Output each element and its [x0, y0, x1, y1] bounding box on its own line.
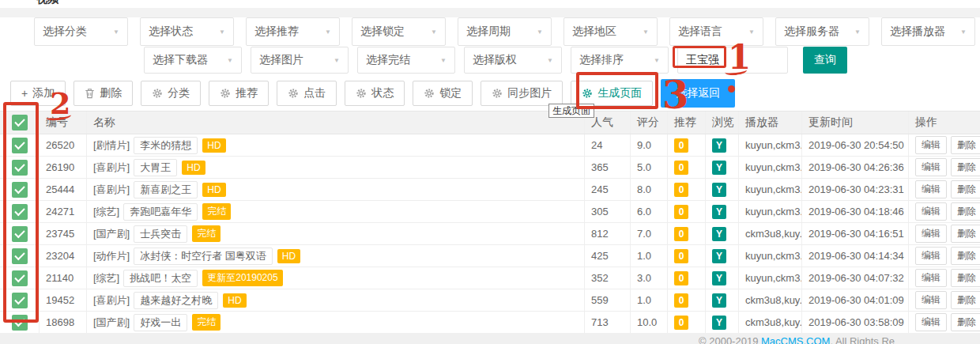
- edit-button[interactable]: 编辑: [915, 291, 947, 309]
- row-score: 10.0: [631, 312, 668, 333]
- click-button[interactable]: 点击: [277, 81, 337, 106]
- filter-select-area[interactable]: 选择地区▼: [564, 17, 658, 46]
- filter-select-cycle[interactable]: 选择周期▼: [458, 17, 552, 46]
- delete-row-button[interactable]: 删除: [951, 202, 980, 221]
- row-checkbox[interactable]: [12, 293, 28, 308]
- toolbar-button-label: 生成页面: [597, 86, 642, 100]
- filter-select-downloader[interactable]: 选择下载器▼: [144, 47, 242, 74]
- edit-button[interactable]: 编辑: [915, 313, 947, 331]
- browse-badge[interactable]: Y: [712, 316, 726, 330]
- delete-row-button[interactable]: 删除: [951, 225, 980, 243]
- row-title-field[interactable]: 挑战吧！太空: [123, 270, 198, 287]
- edit-button[interactable]: 编辑: [915, 269, 947, 287]
- delete-row-button[interactable]: 删除: [951, 291, 980, 309]
- filter-select-server[interactable]: 选择服务器▼: [775, 17, 869, 46]
- header-name: 名称: [87, 112, 585, 134]
- copyright-link[interactable]: MacCMS.COM: [761, 335, 830, 344]
- filter-row-1: 选择分类▼选择状态▼选择推荐▼选择锁定▼选择周期▼选择地区▼选择语言▼选择服务器…: [34, 17, 975, 46]
- search-input[interactable]: [677, 47, 788, 74]
- row-title-field[interactable]: 冰封侠：时空行者 国粤双语: [134, 248, 273, 265]
- row-checkbox[interactable]: [12, 270, 28, 286]
- filter-select-copyright[interactable]: 选择版权▼: [464, 47, 562, 74]
- row-title-field[interactable]: 李米的猜想: [134, 137, 198, 154]
- filter-select-category[interactable]: 选择分类▼: [34, 17, 128, 46]
- row-operation-cell: 编辑删除: [909, 134, 980, 156]
- edit-button[interactable]: 编辑: [915, 136, 947, 154]
- filter-select-player[interactable]: 选择播放器▼: [881, 17, 975, 46]
- browse-badge[interactable]: Y: [712, 138, 726, 153]
- edit-button[interactable]: 编辑: [915, 202, 947, 221]
- row-player: ckm3u8,kuy...: [739, 289, 802, 311]
- row-checkbox[interactable]: [12, 138, 28, 153]
- row-name-cell: [综艺]挑战吧！太空更新至20190205: [87, 267, 585, 289]
- recommend-badge[interactable]: 0: [674, 161, 688, 175]
- delete-row-button[interactable]: 删除: [951, 247, 980, 265]
- add-button[interactable]: +添加: [10, 81, 66, 106]
- lock-button[interactable]: 锁定: [413, 81, 473, 106]
- recommend-badge[interactable]: 0: [674, 205, 688, 219]
- browse-badge[interactable]: Y: [712, 227, 726, 241]
- category-button[interactable]: 分类: [141, 81, 201, 106]
- delete-row-button[interactable]: 删除: [951, 158, 980, 176]
- sync-image-button[interactable]: 同步图片: [481, 81, 563, 106]
- filter-select-recommend[interactable]: 选择推荐▼: [246, 17, 340, 46]
- row-title-field[interactable]: 奔跑吧嘉年华: [123, 203, 198, 221]
- browse-badge[interactable]: Y: [712, 293, 726, 308]
- row-title-field[interactable]: 越来越好之村晚: [134, 292, 218, 309]
- filter-select-status[interactable]: 选择状态▼: [140, 17, 234, 46]
- delete-row-button[interactable]: 删除: [951, 269, 980, 287]
- edit-button[interactable]: 编辑: [915, 180, 947, 198]
- recommend-badge[interactable]: 0: [674, 249, 688, 263]
- gear-icon: [288, 88, 299, 99]
- edit-button[interactable]: 编辑: [915, 158, 947, 176]
- row-category: [喜剧片]: [93, 183, 130, 197]
- row-checkbox[interactable]: [12, 315, 28, 331]
- recommend-badge[interactable]: 0: [674, 227, 688, 241]
- table-row: 26520[剧情片]李米的猜想HD249.00Ykuyun,ckm3...201…: [0, 134, 980, 157]
- row-checkbox[interactable]: [12, 204, 28, 220]
- filter-select-finished[interactable]: 选择完结▼: [357, 47, 455, 74]
- filter-select-lock[interactable]: 选择锁定▼: [352, 17, 446, 46]
- recommend-badge[interactable]: 0: [674, 138, 688, 153]
- row-title-field[interactable]: 大胃王: [134, 159, 177, 176]
- row-title-field[interactable]: 新喜剧之王: [134, 181, 198, 198]
- row-recommend-cell: 0: [668, 267, 706, 289]
- row-name-cell: [喜剧片]越来越好之村晚HD: [87, 289, 585, 311]
- row-checkbox[interactable]: [12, 182, 28, 198]
- filter-select-image[interactable]: 选择图片▼: [251, 47, 349, 74]
- recommend-badge[interactable]: 0: [674, 293, 688, 308]
- filter-select-sort[interactable]: 选择排序▼: [571, 47, 669, 74]
- row-checkbox[interactable]: [12, 248, 28, 264]
- edit-button[interactable]: 编辑: [915, 247, 947, 265]
- status-button[interactable]: 状态: [345, 81, 405, 106]
- row-checkbox[interactable]: [12, 226, 28, 242]
- browse-badge[interactable]: Y: [712, 205, 726, 219]
- select-value: 选择服务器: [784, 25, 839, 39]
- delete-row-button[interactable]: 删除: [951, 180, 980, 198]
- row-name-cell: [国产剧]士兵突击完结: [87, 223, 585, 244]
- query-button[interactable]: 查询: [803, 47, 847, 74]
- recommend-badge[interactable]: 0: [674, 271, 688, 285]
- row-title-field[interactable]: 士兵突击: [134, 225, 187, 243]
- row-recommend-cell: 0: [668, 223, 706, 244]
- delete-row-button[interactable]: 删除: [951, 136, 980, 154]
- generate-page-button[interactable]: 生成页面: [571, 81, 653, 106]
- table-row: 23745[国产剧]士兵突击完结8127.00Yckm3u8,kuy...201…: [0, 223, 980, 245]
- delete-button[interactable]: 删除: [74, 81, 133, 106]
- browse-badge[interactable]: Y: [712, 249, 726, 263]
- browse-badge[interactable]: Y: [712, 271, 726, 285]
- browse-badge[interactable]: Y: [712, 183, 726, 197]
- row-title-field[interactable]: 好戏一出: [134, 314, 187, 331]
- recommend-badge[interactable]: 0: [674, 183, 688, 197]
- select-all-checkbox[interactable]: [12, 115, 28, 130]
- recommend-badge[interactable]: 0: [674, 316, 688, 330]
- select-return-button[interactable]: 选择返回: [661, 79, 735, 108]
- filter-select-language[interactable]: 选择语言▼: [669, 17, 763, 46]
- recommend-button[interactable]: 推荐: [209, 81, 269, 106]
- chevron-down-icon: ▼: [440, 57, 447, 64]
- browse-badge[interactable]: Y: [712, 161, 726, 175]
- delete-row-button[interactable]: 删除: [951, 313, 980, 331]
- edit-button[interactable]: 编辑: [915, 225, 947, 243]
- row-checkbox[interactable]: [12, 160, 28, 176]
- row-status-badge: 完结: [192, 225, 220, 242]
